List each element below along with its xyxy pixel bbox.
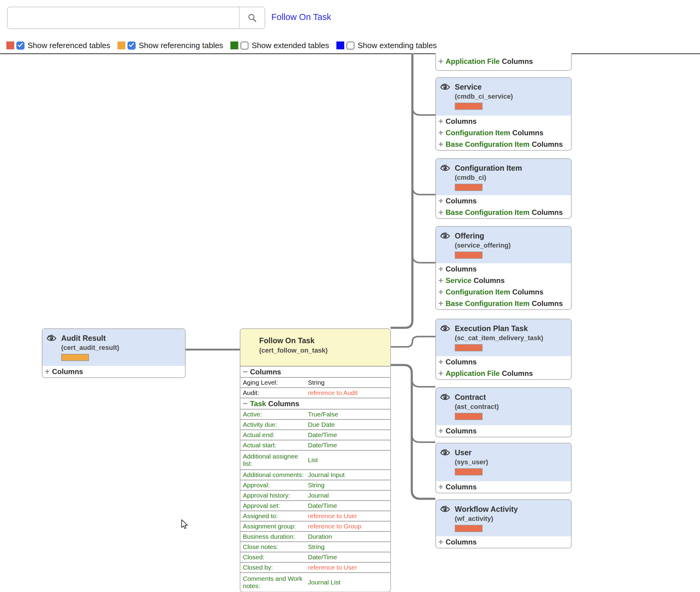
expander-base-configuration-item-columns[interactable]: +Base Configuration ItemColumns xyxy=(436,207,571,218)
expander-own-columns[interactable]: +Columns xyxy=(436,195,571,207)
expander-own-columns[interactable]: −Columns xyxy=(240,366,390,377)
field-label: Aging Level: xyxy=(243,379,305,386)
table-header: Contract(ast_contract) xyxy=(436,388,571,425)
expander-label: Columns xyxy=(446,427,477,435)
connector-trunk-top xyxy=(390,53,412,328)
field-row: Actual start:Date/Time xyxy=(240,440,390,450)
field-label: Close notes: xyxy=(243,543,305,550)
table-header: User(sys_user) xyxy=(436,443,571,481)
table-system-name: (cert_follow_on_task) xyxy=(259,347,328,354)
connector-configuration-item xyxy=(412,187,435,195)
field-label: Approval: xyxy=(243,482,305,489)
table-title: Follow On Task xyxy=(259,336,315,345)
table-header: Execution Plan Task(sc_cat_item_delivery… xyxy=(436,319,571,356)
field-type: True/False xyxy=(308,411,338,418)
expander-label: Columns xyxy=(446,483,477,491)
table-title: Configuration Item xyxy=(455,164,522,172)
field-row: Additional assignee list:List xyxy=(240,450,390,470)
expander-own-columns[interactable]: +Columns xyxy=(436,263,571,275)
field-type: Journal List xyxy=(308,579,340,586)
expander-sign: + xyxy=(438,369,443,378)
expander-sign: + xyxy=(438,128,443,138)
table-card-application-file-partial: +Application FileColumns xyxy=(435,53,572,71)
field-label: Comments and Work notes: xyxy=(243,575,305,590)
expander-parent-table: Base Configuration Item xyxy=(446,140,529,149)
expander-task-columns[interactable]: −TaskColumns xyxy=(240,398,390,409)
eye-icon[interactable] xyxy=(439,505,451,513)
expander-service-columns[interactable]: +ServiceColumns xyxy=(436,275,571,286)
field-type: String xyxy=(308,543,325,550)
expander-sign: + xyxy=(438,196,443,206)
expander-own-columns[interactable]: +Columns xyxy=(436,356,571,368)
eye-icon[interactable] xyxy=(439,83,451,91)
expander-configuration-item-columns[interactable]: +Configuration ItemColumns xyxy=(436,127,571,139)
expander-application-file-columns[interactable]: +Application FileColumns xyxy=(436,368,571,379)
eye-icon[interactable] xyxy=(439,393,451,401)
expander-parent-table: Configuration Item xyxy=(446,129,510,137)
expander-own-columns[interactable]: +Columns xyxy=(42,366,185,378)
connector-offering xyxy=(412,255,435,263)
expander-label: Columns xyxy=(532,208,563,217)
expander-configuration-item-columns[interactable]: +Configuration ItemColumns xyxy=(436,286,571,298)
table-header: Follow On Task(cert_follow_on_task) xyxy=(240,329,390,366)
expander-label: Columns xyxy=(502,57,533,66)
table-type-swatch xyxy=(455,103,482,110)
field-type[interactable]: reference to User xyxy=(308,512,357,520)
field-label: Actual start: xyxy=(243,442,305,449)
field-label: Audit: xyxy=(243,389,305,396)
table-card-service: Service(cmdb_ci_service)+Columns+Configu… xyxy=(435,77,572,151)
expander-label: Columns xyxy=(473,276,505,285)
expander-parent-table: Application File xyxy=(446,369,500,378)
field-row: Approval set:Date/Time xyxy=(240,500,390,510)
table-type-swatch xyxy=(61,354,89,361)
field-type: String xyxy=(308,379,325,386)
eye-icon[interactable] xyxy=(439,164,451,172)
expander-label: Columns xyxy=(446,265,477,273)
table-card-follow-on-task: Follow On Task(cert_follow_on_task)−Colu… xyxy=(240,328,391,592)
expander-label: Columns xyxy=(446,197,477,205)
eye-icon[interactable] xyxy=(439,232,451,240)
expander-own-columns[interactable]: +Columns xyxy=(436,481,571,493)
expander-sign: + xyxy=(438,117,443,126)
field-type: Journal Input xyxy=(308,471,344,479)
eye-icon[interactable] xyxy=(439,325,451,333)
field-row: Approval:String xyxy=(240,480,390,490)
expander-label: Columns xyxy=(446,117,477,126)
table-header: Configuration Item(cmdb_ci) xyxy=(436,159,571,195)
expander-own-columns[interactable]: +Columns xyxy=(436,536,571,548)
table-system-name: (cmdb_ci) xyxy=(455,174,486,182)
table-card-audit-result: Audit Result(cert_audit_result)+Columns xyxy=(42,328,186,378)
table-type-swatch xyxy=(455,525,482,532)
table-system-name: (sc_cat_item_delivery_task) xyxy=(455,334,543,342)
expander-own-columns[interactable]: +Columns xyxy=(436,116,571,127)
table-type-swatch xyxy=(455,251,482,259)
field-type[interactable]: reference to User xyxy=(308,564,357,571)
expander-application-file-columns[interactable]: +Application FileColumns xyxy=(436,53,571,69)
expander-label: Columns xyxy=(446,358,477,366)
field-type[interactable]: reference to Audit xyxy=(308,389,358,396)
expander-own-columns[interactable]: +Columns xyxy=(436,425,571,437)
expander-sign: + xyxy=(438,483,443,492)
field-type: List xyxy=(308,456,318,464)
mouse-cursor xyxy=(181,520,189,530)
field-row: Assigned to:reference to User xyxy=(240,510,390,521)
eye-icon[interactable] xyxy=(439,449,451,457)
expander-parent-table: Configuration Item xyxy=(446,288,510,296)
table-type-swatch xyxy=(455,468,482,476)
field-label: Assigned to: xyxy=(243,512,305,520)
field-label: Approval set: xyxy=(243,502,305,509)
field-row: Comments and Work notes:Journal List xyxy=(240,572,390,592)
expander-label: Columns xyxy=(268,399,299,408)
table-system-name: (wf_activity) xyxy=(455,515,493,523)
table-title: User xyxy=(455,448,472,457)
field-label: Additional comments: xyxy=(243,471,305,479)
expander-sign: + xyxy=(438,57,443,66)
field-label: Additional assignee list: xyxy=(243,453,305,467)
field-row: Approval history:Journal xyxy=(240,490,390,500)
expander-label: Columns xyxy=(512,288,544,296)
eye-icon[interactable] xyxy=(46,335,57,342)
expander-sign: + xyxy=(438,140,443,149)
expander-base-configuration-item-columns[interactable]: +Base Configuration ItemColumns xyxy=(436,139,571,150)
field-type[interactable]: reference to Group xyxy=(308,523,361,530)
expander-base-configuration-item-columns[interactable]: +Base Configuration ItemColumns xyxy=(436,298,571,309)
